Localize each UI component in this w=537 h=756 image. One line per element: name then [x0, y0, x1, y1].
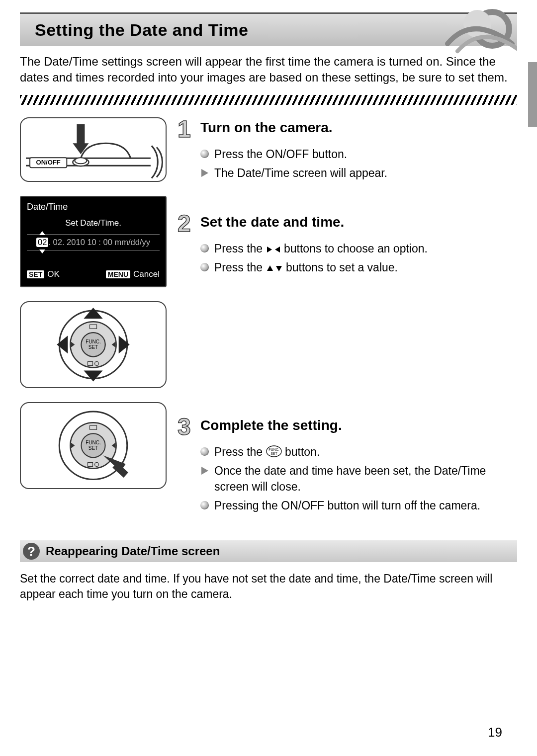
svg-text:SET: SET — [89, 446, 98, 451]
lcd-menu-badge: MENU — [106, 270, 130, 278]
step-1-item-2: The Date/Time screen will appear. — [200, 165, 517, 181]
svg-text:FUNC.: FUNC. — [86, 440, 101, 446]
step-3-item-1: Press the FUNC.SET button. — [200, 444, 517, 460]
lcd-set-badge: SET — [27, 270, 44, 278]
note-header-bar: ? Reappearing Date/Time screen — [20, 540, 517, 562]
page-edge-tab — [528, 62, 537, 127]
page-number: 19 — [488, 725, 502, 740]
lcd-title: Date/Time — [27, 202, 160, 212]
step-3-title: Complete the setting. — [200, 415, 342, 434]
illus-camera-top: ON/OFF — [20, 117, 167, 182]
svg-point-1 — [463, 10, 491, 38]
svg-marker-37 — [276, 266, 282, 271]
lcd-cancel-label: Cancel — [133, 269, 160, 279]
step-1-list: Press the ON/OFF button. The Date/Time s… — [178, 146, 517, 181]
svg-text:SET: SET — [89, 345, 98, 350]
step-1-title: Turn on the camera. — [200, 117, 333, 136]
note-title: Reappearing Date/Time screen — [46, 544, 220, 558]
svg-marker-34 — [267, 247, 272, 252]
steps-column: 1 Turn on the camera. Press the ON/OFF b… — [178, 117, 517, 535]
step-3-list: Press the FUNC.SET button. Once the date… — [178, 444, 517, 514]
svg-rect-5 — [77, 124, 85, 144]
lcd-date-rest: . 02. 2010 10 : 00 mm/dd/yy — [48, 238, 150, 247]
lcd-date-row: 02. 02. 2010 10 : 00 mm/dd/yy — [27, 234, 160, 251]
svg-point-4 — [75, 158, 87, 164]
step-3-item-3: Pressing the ON/OFF button will turn off… — [200, 498, 517, 513]
illus-lcd-screen: Date/Time Set Date/Time. 02. 02. 2010 10… — [20, 196, 167, 287]
illus-control-wheel-press: FUNC. SET — [20, 402, 167, 489]
step-2-item-2: Press the buttons to set a value. — [200, 259, 517, 275]
step-2-item-1: Press the buttons to choose an option. — [200, 241, 517, 256]
step-2: 2 Set the date and time. Press the butto… — [178, 212, 517, 275]
step-1-item-1: Press the ON/OFF button. — [200, 146, 517, 162]
svg-text:SET: SET — [270, 452, 277, 455]
step-2-list: Press the buttons to choose an option. P… — [178, 241, 517, 275]
step-3-number: 3 — [178, 415, 197, 439]
lcd-ok-label: OK — [47, 269, 60, 279]
intro-paragraph: The Date/Time settings screen will appea… — [20, 54, 517, 86]
svg-marker-35 — [275, 247, 280, 252]
step-1-number: 1 — [178, 117, 197, 141]
svg-marker-36 — [267, 265, 273, 271]
header-swirl-decoration — [428, 9, 517, 54]
step-1: 1 Turn on the camera. Press the ON/OFF b… — [178, 117, 517, 181]
onoff-label: ON/OFF — [36, 159, 61, 166]
section-title: Setting the Date and Time — [35, 20, 248, 40]
illustration-column: ON/OFF Date/Time Set Date/Time. 02. 02. … — [20, 117, 167, 535]
step-2-number: 2 — [178, 212, 197, 236]
section-header: Setting the Date and Time — [20, 12, 517, 46]
question-mark-icon: ? — [23, 543, 40, 560]
step-3: 3 Complete the setting. Press the FUNC.S… — [178, 415, 517, 514]
svg-text:FUNC.: FUNC. — [86, 339, 101, 345]
note-body: Set the correct date and time. If you ha… — [20, 571, 517, 602]
lcd-selected-value: 02 — [36, 238, 48, 247]
step-2-title: Set the date and time. — [200, 212, 344, 231]
step-3-item-2: Once the date and time have been set, th… — [200, 463, 517, 495]
slash-divider — [20, 95, 517, 105]
svg-text:FUNC.: FUNC. — [268, 448, 279, 451]
illus-control-wheel-arrows: FUNC. SET — [20, 301, 167, 388]
lcd-subtitle: Set Date/Time. — [27, 218, 160, 228]
main-content: ON/OFF Date/Time Set Date/Time. 02. 02. … — [20, 117, 517, 535]
lcd-footer: SET OK MENU Cancel — [27, 269, 160, 279]
